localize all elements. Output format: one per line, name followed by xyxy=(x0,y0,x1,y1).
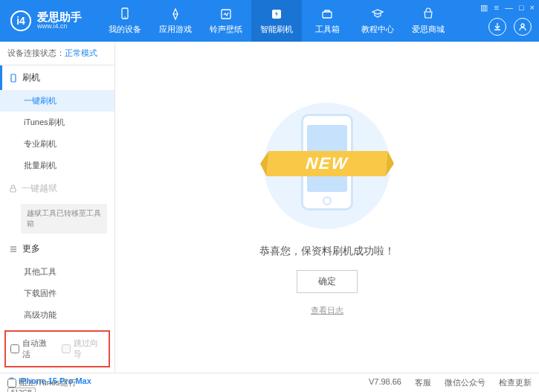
sidebar-item-advanced[interactable]: 高级功能 xyxy=(0,304,114,326)
device-icon xyxy=(117,7,132,22)
maximize-button[interactable]: □ xyxy=(519,3,524,13)
nav-toolbox[interactable]: 工具箱 xyxy=(302,0,352,42)
sidebar: 设备连接状态：正常模式 刷机 一键刷机 iTunes刷机 专业刷机 批量刷机 一… xyxy=(0,42,115,373)
svg-rect-4 xyxy=(323,12,332,18)
minimize-button[interactable]: — xyxy=(505,3,513,13)
title-bar: i4 爱思助手 www.i4.cn 我的设备 应用游戏 铃声壁纸 智能刷机 工具… xyxy=(0,0,539,42)
phone-icon xyxy=(9,74,18,83)
nav-store[interactable]: 爱思商城 xyxy=(403,0,454,42)
download-button[interactable] xyxy=(488,18,506,36)
logo-area: i4 爱思助手 www.i4.cn xyxy=(0,10,92,31)
skin-icon[interactable]: ▥ xyxy=(480,3,488,13)
skip-guide-checkbox[interactable]: 跳过向导 xyxy=(62,338,104,360)
app-logo-icon: i4 xyxy=(10,10,31,31)
user-button[interactable] xyxy=(514,18,532,36)
sidebar-group-more[interactable]: 更多 xyxy=(0,237,114,261)
sidebar-item-download-firmware[interactable]: 下载固件 xyxy=(0,283,114,304)
lock-icon xyxy=(9,184,17,193)
success-illustration: NEW xyxy=(260,99,394,233)
flash-options-highlighted: 自动激活 跳过向导 xyxy=(4,330,110,367)
sidebar-group-flash[interactable]: 刷机 xyxy=(0,65,114,90)
close-button[interactable]: × xyxy=(530,3,535,13)
store-icon xyxy=(421,7,436,22)
app-title: 爱思助手 xyxy=(37,11,82,24)
svg-rect-6 xyxy=(11,74,16,82)
main-content: NEW 恭喜您，保资料刷机成功啦！ 确定 查看日志 xyxy=(115,42,539,373)
sidebar-item-other-tools[interactable]: 其他工具 xyxy=(0,261,114,283)
sidebar-item-pro-flash[interactable]: 专业刷机 xyxy=(0,133,114,155)
svg-point-5 xyxy=(521,24,524,27)
nav-ringtones[interactable]: 铃声壁纸 xyxy=(201,0,251,42)
auto-activate-checkbox[interactable]: 自动激活 xyxy=(10,338,53,360)
nav-my-device[interactable]: 我的设备 xyxy=(100,0,150,42)
top-nav: 我的设备 应用游戏 铃声壁纸 智能刷机 工具箱 教程中心 爱思商城 xyxy=(100,0,454,42)
sidebar-item-itunes-flash[interactable]: iTunes刷机 xyxy=(0,112,114,133)
nav-apps-games[interactable]: 应用游戏 xyxy=(150,0,201,42)
nav-tutorials[interactable]: 教程中心 xyxy=(352,0,403,42)
more-icon xyxy=(9,245,18,254)
version-label: V7.98.66 xyxy=(369,377,401,388)
new-banner: NEW xyxy=(267,151,388,176)
wechat-link[interactable]: 微信公众号 xyxy=(445,377,485,388)
sidebar-item-oneclick-flash[interactable]: 一键刷机 xyxy=(0,90,114,112)
view-log-link[interactable]: 查看日志 xyxy=(311,305,343,316)
svg-rect-7 xyxy=(10,188,16,192)
device-connection-status: 设备连接状态：正常模式 xyxy=(0,42,114,65)
toolbox-icon xyxy=(320,7,335,22)
svg-point-1 xyxy=(124,16,126,18)
ok-button[interactable]: 确定 xyxy=(297,270,358,293)
ringtone-icon xyxy=(219,7,233,22)
header-actions xyxy=(488,18,532,36)
success-message: 恭喜您，保资料刷机成功啦！ xyxy=(259,245,395,258)
nav-smart-flash[interactable]: 智能刷机 xyxy=(251,0,302,42)
tutorial-icon xyxy=(370,7,385,22)
support-link[interactable]: 客服 xyxy=(415,377,431,388)
menu-icon[interactable]: ≡ xyxy=(494,3,498,13)
apps-icon xyxy=(168,7,183,22)
flash-icon xyxy=(269,7,284,22)
sidebar-item-batch-flash[interactable]: 批量刷机 xyxy=(0,155,114,176)
window-controls: ▥ ≡ — □ × xyxy=(480,3,535,13)
block-itunes-checkbox[interactable]: 阻止iTunes运行 xyxy=(7,377,77,388)
app-subtitle: www.i4.cn xyxy=(37,23,82,30)
jailbreak-moved-note: 越狱工具已转移至工具箱 xyxy=(21,204,107,234)
sidebar-group-jailbreak: 一键越狱 xyxy=(0,176,114,201)
check-update-link[interactable]: 检查更新 xyxy=(499,377,532,388)
